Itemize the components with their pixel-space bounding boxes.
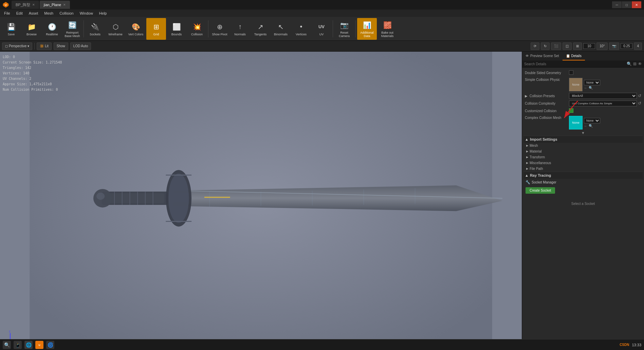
- normals-button[interactable]: ↑ Normals: [230, 18, 250, 40]
- collision-presets-select[interactable]: BlockAll: [569, 93, 637, 99]
- angle-type-btn[interactable]: 10°: [596, 42, 608, 50]
- viewport-info: LOD: 0 Current Screen Size: 1.271548 Tri…: [3, 54, 62, 92]
- tab-details[interactable]: 📋 Details: [563, 52, 585, 60]
- details-label: Details: [571, 54, 582, 58]
- sub-mesh[interactable]: ▶ Mesh: [523, 143, 643, 148]
- transform-label: Transform: [530, 155, 545, 159]
- taskbar-search[interactable]: 🔍: [3, 341, 11, 349]
- uv-button[interactable]: UV UV: [312, 18, 331, 40]
- lod-button[interactable]: LOD Auto: [70, 42, 91, 50]
- menu-mesh[interactable]: Mesh: [41, 11, 56, 16]
- tangents-icon: ↗: [255, 21, 266, 32]
- grid-button[interactable]: ⊞ Grid: [146, 18, 166, 40]
- collapse-arrow[interactable]: ▶: [525, 94, 528, 98]
- search-button[interactable]: 🔍: [627, 62, 632, 66]
- close-button[interactable]: ✕: [632, 1, 641, 8]
- double-sided-checkbox[interactable]: [569, 70, 573, 75]
- camera-btn[interactable]: ◫: [563, 42, 572, 50]
- grid-view-button[interactable]: ⊞: [633, 62, 637, 66]
- collision-complexity-select[interactable]: Use Complex Collision As Simple: [569, 101, 637, 106]
- tab-bp[interactable]: BP_阵型 ✕: [12, 1, 39, 9]
- show-button[interactable]: Show: [54, 42, 68, 50]
- import-settings-section: ▲ Import Settings ▶ Mesh ▶ Material ▶ Tr…: [523, 136, 643, 172]
- menu-asset[interactable]: Asset: [26, 11, 41, 16]
- collision-arrow-left[interactable]: ←: [584, 86, 587, 90]
- save-button[interactable]: 💾 Save: [1, 18, 21, 40]
- viewport-mode-button[interactable]: ◻ Perspective ▾: [2, 42, 32, 50]
- tab-jian-close[interactable]: ✕: [63, 3, 66, 6]
- sub-filepath[interactable]: ▶ File Path: [523, 166, 643, 172]
- collision-search[interactable]: 🔍: [589, 86, 593, 90]
- camera-speed-btn[interactable]: 📷: [609, 42, 619, 50]
- search-input[interactable]: [524, 62, 625, 66]
- tangents-button[interactable]: ↗ Tangents: [251, 18, 270, 40]
- rotate-btn[interactable]: ↻: [541, 42, 550, 50]
- resetcamera-button[interactable]: 📷 Reset Camera: [334, 18, 354, 40]
- tab-preview-scene[interactable]: 👁 Preview Scene Set: [522, 52, 563, 60]
- menu-window[interactable]: Window: [77, 11, 96, 16]
- minimize-button[interactable]: ─: [612, 1, 622, 8]
- menu-collision[interactable]: Collision: [57, 11, 76, 16]
- reimport-button[interactable]: 🔄 Reimport Base Mesh: [62, 18, 82, 40]
- tab-jian-label: jian_Plane: [44, 3, 61, 7]
- menu-help[interactable]: Help: [96, 11, 110, 16]
- wireframe-button[interactable]: ⬡ Wireframe: [106, 18, 125, 40]
- collision-button[interactable]: 💥 Collision: [187, 18, 207, 40]
- grid-label: Grid: [153, 33, 159, 36]
- showpivot-button[interactable]: ⊕ Show Pivot: [210, 18, 229, 40]
- create-socket-button[interactable]: Create Socket: [526, 187, 555, 194]
- sub-transform[interactable]: ▶ Transform: [523, 154, 643, 160]
- realtime-button[interactable]: 🕐 Realtime: [42, 18, 62, 40]
- browse-button[interactable]: 📁 Browse: [22, 18, 41, 40]
- lod-num-btn[interactable]: 4: [634, 42, 642, 50]
- socket-manager-icon: 🔧: [526, 180, 530, 185]
- mesh-arrow: ▶: [526, 144, 528, 147]
- eye-button[interactable]: 👁: [638, 62, 642, 66]
- taskbar-chrome[interactable]: 🌐: [24, 341, 33, 349]
- sockets-button[interactable]: 🔌 Sockets: [85, 18, 105, 40]
- vt-sep-1: [34, 43, 35, 50]
- taskbar-ue4[interactable]: U: [35, 341, 43, 349]
- simple-collision-row: Simple Collision Physic None None: [523, 76, 643, 92]
- filepath-label: File Path: [530, 167, 543, 171]
- complexity-reset-button[interactable]: ↺: [638, 101, 641, 106]
- scale-btn[interactable]: ⬛: [551, 42, 561, 50]
- tab-bp-close[interactable]: ✕: [32, 3, 35, 6]
- taskbar-widget[interactable]: 📱: [14, 341, 22, 349]
- socket-manager-row[interactable]: 🔧 Socket Manager: [523, 179, 643, 186]
- ccm-select[interactable]: None: [584, 118, 600, 123]
- grid-snap-btn[interactable]: ⊞: [573, 42, 582, 50]
- menubar: File Edit Asset Mesh Collision Window He…: [0, 10, 644, 17]
- ccm-arrow-left[interactable]: ←: [584, 124, 587, 128]
- sub-material[interactable]: ▶ Material: [523, 148, 643, 154]
- right-panel: 👁 Preview Scene Set 📋 Details 🔍 ⊞ 👁 Doub…: [522, 52, 644, 350]
- menu-edit[interactable]: Edit: [14, 11, 25, 16]
- sockets-icon: 🔌: [90, 21, 100, 32]
- binormals-button[interactable]: ↖ Binormals: [271, 18, 291, 40]
- transform-btn[interactable]: ⟳: [531, 42, 539, 50]
- taskbar-edge[interactable]: 🌀: [46, 341, 54, 349]
- viewport-3d[interactable]: LOD: 0 Current Screen Size: 1.271548 Tri…: [0, 52, 522, 350]
- menu-file[interactable]: File: [1, 11, 13, 16]
- angle-input-1[interactable]: [583, 43, 595, 49]
- details-icon: 📋: [566, 54, 570, 58]
- maximize-button[interactable]: □: [622, 1, 631, 8]
- collision-none-select[interactable]: None: [584, 80, 600, 85]
- preview-scene-icon: 👁: [526, 54, 529, 58]
- ccm-search[interactable]: 🔍: [589, 124, 593, 128]
- import-settings-header[interactable]: ▲ Import Settings: [523, 136, 643, 143]
- bakeout-button[interactable]: 🧱 Bake out Materials: [378, 18, 397, 40]
- lod-num-value: 4: [637, 44, 639, 48]
- customized-collision-checkbox[interactable]: [569, 108, 573, 113]
- distance-input[interactable]: [621, 43, 632, 49]
- ray-tracing-header[interactable]: ▲ Ray Tracing: [523, 172, 643, 179]
- bounds-button[interactable]: ⬜ Bounds: [167, 18, 186, 40]
- collision-physics-widget: None None ← 🔍: [569, 78, 641, 91]
- vertices-button[interactable]: • Vertices: [291, 18, 311, 40]
- vertcolors-button[interactable]: 🎨 Vert Colors: [126, 18, 146, 40]
- lit-button[interactable]: 🔆 Lit: [37, 42, 52, 50]
- tab-jian[interactable]: jian_Plane ✕: [40, 1, 70, 9]
- sub-miscellaneous[interactable]: ▶ Miscellaneous: [523, 160, 643, 166]
- additionaldata-button[interactable]: 📊 Additional Data: [357, 18, 377, 40]
- presets-reset-button[interactable]: ↺: [638, 93, 641, 98]
